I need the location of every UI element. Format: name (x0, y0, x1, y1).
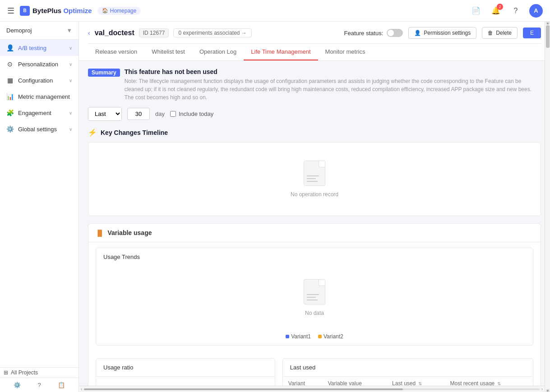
global-settings-icon: ⚙️ (6, 125, 14, 133)
back-arrow[interactable]: ‹ (88, 29, 90, 37)
ab-testing-icon: 👤 (6, 44, 14, 51)
notification-badge: 2 (497, 4, 503, 10)
summary-note: Note: The lifecycle management function … (125, 77, 541, 101)
key-changes-card: No operation record (88, 142, 541, 216)
brand-name: BytePlus Optimize (32, 7, 92, 14)
project-chevron-icon: ▼ (66, 27, 72, 34)
period-select-wrapper: Last Since (88, 107, 122, 121)
chevron-icon: ∨ (69, 62, 72, 67)
day-label: day (155, 111, 165, 117)
tab-monitor-metrics[interactable]: Monitor metrics (318, 44, 373, 60)
include-today-checkbox[interactable] (170, 111, 176, 117)
configuration-icon: ▦ (6, 77, 14, 84)
usage-empty-doc-icon (304, 279, 325, 304)
vertical-scrollbar[interactable]: ▲ ▼ (545, 22, 550, 392)
sidebar-item-metric-management[interactable]: 📊 Metric management (0, 88, 79, 105)
bar-chart-icon: ▐▌ (96, 230, 104, 236)
legend-variant1: Variant1 (286, 333, 311, 340)
scroll-thumb (84, 388, 403, 390)
person-icon: 👤 (414, 30, 421, 36)
sidebar-item-global-settings[interactable]: ⚙️ Global settings ∨ (0, 121, 79, 137)
usage-ratio-header: Usage ratio (96, 359, 275, 377)
last-used-header: Last used (283, 359, 533, 377)
experiments-badge[interactable]: 0 experiments associated → (173, 28, 251, 37)
settings-bottom-icon[interactable]: ⚙️ (14, 382, 21, 388)
logo: B BytePlus Optimize (20, 6, 92, 16)
usage-trends-title: Usage Trends (103, 254, 526, 260)
personalization-icon: ⊙ (6, 60, 14, 68)
scroll-up-icon[interactable]: ▲ (546, 22, 550, 24)
engagement-icon: 🧩 (6, 109, 14, 116)
key-changes-empty-state: No operation record (88, 143, 541, 216)
sidebar: Demoproj ▼ 👤 A/B testing ∨ ⊙ Personaliza… (0, 22, 79, 392)
homepage-badge[interactable]: 🏠 Homepage (97, 7, 141, 15)
nav-left: ☰ B BytePlus Optimize 🏠 Homepage (7, 6, 141, 16)
help-bottom-icon[interactable]: ? (37, 382, 41, 388)
period-select[interactable]: Last Since (88, 107, 121, 120)
trash-icon: 🗑 (488, 30, 493, 36)
scroll-right-icon[interactable]: › (541, 387, 543, 392)
days-input[interactable] (127, 108, 150, 120)
header-right: Feature status: 👤 Permission settings 🗑 … (344, 27, 541, 39)
chevron-icon: ∨ (69, 111, 72, 115)
help-icon[interactable]: ? (509, 5, 522, 17)
project-selector[interactable]: Demoproj ▼ (0, 22, 79, 40)
avatar[interactable]: A (529, 4, 543, 18)
lightning-icon: ⚡ (88, 128, 97, 137)
id-badge: ID 12677 (139, 28, 169, 37)
content-area: Summary This feature has not been used N… (79, 61, 550, 392)
chevron-icon: ∨ (69, 78, 72, 83)
variable-usage-header: ▐▌ Variable usage (88, 224, 541, 242)
top-nav: ☰ B BytePlus Optimize 🏠 Homepage 📄 🔔 2 ?… (0, 0, 550, 22)
delete-button[interactable]: 🗑 Delete (482, 27, 518, 39)
notification-icon[interactable]: 🔔 2 (490, 5, 502, 17)
all-projects-label: All Projects (11, 369, 38, 376)
page-title: val_doctest (95, 29, 134, 37)
scroll-left-icon[interactable]: ‹ (81, 387, 82, 392)
sidebar-label: A/B testing (18, 45, 46, 51)
tab-operation-log[interactable]: Operation Log (192, 44, 244, 60)
page-header: ‹ val_doctest ID 12677 0 experiments ass… (79, 22, 550, 61)
summary-tag: Summary (88, 69, 120, 77)
variant1-dot (286, 335, 289, 338)
feature-toggle[interactable] (387, 29, 403, 37)
permission-settings-button[interactable]: 👤 Permission settings (408, 27, 476, 39)
sidebar-item-ab-testing[interactable]: 👤 A/B testing ∨ (0, 40, 79, 56)
chart-legend: Variant1 Variant2 (103, 333, 526, 340)
usage-trends-card: Usage Trends No data (96, 248, 533, 346)
chevron-icon: ∨ (69, 127, 72, 132)
all-projects-icon: ⊞ (4, 369, 8, 376)
sidebar-item-engagement[interactable]: 🧩 Engagement ∨ (0, 105, 79, 121)
empty-doc-icon (304, 161, 325, 186)
tab-whitelist-test[interactable]: Whitelist test (144, 44, 192, 60)
no-data-text: No data (305, 310, 324, 316)
main-content: ‹ val_doctest ID 12677 0 experiments ass… (79, 22, 550, 392)
filters-row: Last Since day Include today (88, 107, 541, 121)
chevron-icon: ∨ (69, 46, 72, 51)
edit-button[interactable]: E (523, 28, 541, 38)
layout-bottom-icon[interactable]: 📋 (58, 382, 65, 388)
docs-icon[interactable]: 📄 (470, 5, 482, 17)
project-name: Demoproj (6, 27, 32, 34)
variant2-dot (318, 335, 322, 338)
summary-title: This feature has not been used (125, 68, 541, 75)
tabs: Release version Whitelist test Operation… (88, 43, 541, 60)
tab-release-version[interactable]: Release version (88, 44, 144, 60)
hamburger-menu[interactable]: ☰ (7, 6, 14, 16)
scroll-down-icon[interactable]: ▼ (546, 389, 550, 392)
nav-right: 📄 🔔 2 ? A (470, 4, 543, 18)
metric-icon: 📊 (6, 93, 14, 100)
variable-usage-title: Variable usage (107, 229, 152, 236)
variable-usage-section: ▐▌ Variable usage Usage Trends (88, 223, 541, 392)
summary-banner: Summary This feature has not been used N… (88, 68, 541, 101)
sidebar-item-personalization[interactable]: ⊙ Personalization ∨ (0, 56, 79, 72)
include-today-checkbox-wrap[interactable]: Include today (170, 111, 213, 117)
tab-life-time-management[interactable]: Life Time Management (244, 44, 318, 60)
no-operation-text: No operation record (291, 191, 338, 198)
sidebar-item-configuration[interactable]: ▦ Configuration ∨ (0, 72, 79, 88)
all-projects-link[interactable]: ⊞ All Projects (0, 368, 79, 378)
breadcrumb-row: ‹ val_doctest ID 12677 0 experiments ass… (88, 27, 541, 39)
horizontal-scrollbar[interactable]: ‹ › (79, 386, 545, 392)
feature-status: Feature status: (344, 29, 403, 37)
vertical-scroll-thumb[interactable] (546, 25, 550, 48)
